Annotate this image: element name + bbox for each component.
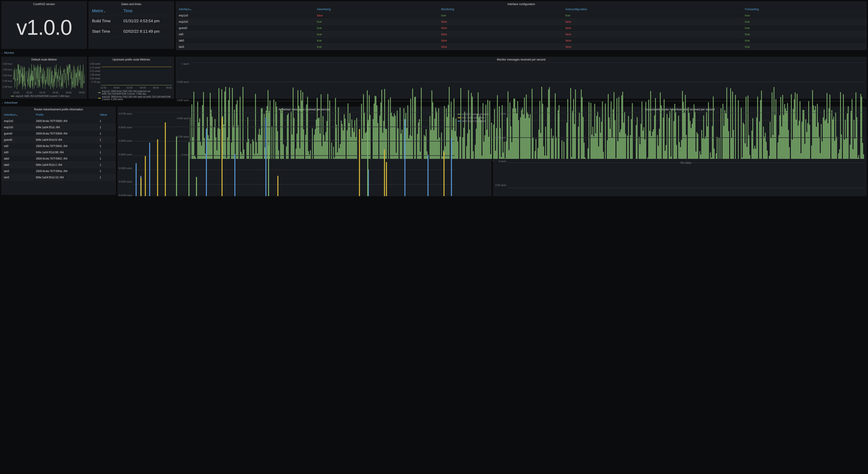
rapi-value: 1 <box>97 131 116 137</box>
rapi-value: 1 <box>97 168 116 175</box>
ifconf-header-fwd[interactable]: Forwarding <box>742 6 866 12</box>
dates-time: 02/02/22 8:11:49 pm <box>120 26 174 37</box>
ifconf-cell: false <box>438 44 563 50</box>
rapi-value: 1 <box>97 118 116 124</box>
ifconf-cell: true <box>742 38 866 44</box>
ifconf-iface: enp1s0 <box>176 12 314 19</box>
ifconf-cell: true <box>742 31 866 38</box>
dates-time: 01/31/22 4:53:54 pm <box>120 16 174 26</box>
rapi-value: 1 <box>97 175 116 181</box>
rapi-h-iface[interactable]: Interface <box>2 112 33 118</box>
ifconf-cell: true <box>563 12 742 19</box>
ifconf-header-mon[interactable]: Monitoring <box>438 6 563 12</box>
ifconf-cell: true <box>314 31 438 38</box>
ifconf-cell: true <box>438 12 563 19</box>
ifconf-cell: true <box>314 44 438 50</box>
rapi-prefix: 2600:6c4a:787f:5900::/64 <box>33 118 97 124</box>
rapi-value: 1 <box>97 137 116 143</box>
rapi-iface: guest0 <box>2 131 33 137</box>
ifconf-header-adv[interactable]: Advertising <box>314 6 438 12</box>
ifconf-cell: false <box>438 25 563 31</box>
dates-metric: Build Time <box>89 16 120 26</box>
ifconf-panel-title: Interface configuration <box>176 2 866 6</box>
legend-label: enp2s0: router solicitation <box>462 113 489 116</box>
rapi-prefix: fd9e:1a04:f01d::/64 <box>33 124 97 131</box>
rapi-iface: iot0 <box>2 143 33 149</box>
irar-nodata: No data <box>507 113 865 196</box>
ifconf-iface: enp2s0 <box>176 19 314 25</box>
rapi-prefix: 2600:6c4a:787f:5942::/64 <box>33 143 97 149</box>
ifconf-iface: lan0 <box>176 44 314 50</box>
rapi-iface: enp2s0 <box>2 118 33 124</box>
drl-legend: enp1s0: fe80::201:5cff:fe69:f246 Current… <box>16 95 70 97</box>
uprl-legend-1: enp1s0: 2600:6c4a:7002:100::/64 preferre… <box>102 90 172 95</box>
rapi-iface: lan0 <box>2 175 33 181</box>
legend-label: iot0: router solicitation <box>462 117 485 119</box>
rapi-value: 1 <box>97 124 116 131</box>
ifconf-cell: true <box>314 38 438 44</box>
ifconf-cell: false <box>438 38 563 44</box>
uprl-title: Upstream prefix route lifetimes <box>89 57 174 62</box>
rapi-iface: iot0 <box>2 149 33 156</box>
dates-header-metric[interactable]: Metric <box>89 6 120 16</box>
uprl-legend-2: enp1s0: 2600:6c4a:7002:100::/64 valid vi… <box>102 96 172 101</box>
amrps-chart[interactable] <box>133 113 455 196</box>
rapi-prefix: fd9e:1a04:f01d:2::/64 <box>33 162 97 168</box>
legend-label: lan0: router solicitation <box>462 120 486 122</box>
ifconf-cell: false <box>563 19 742 25</box>
drl-title: Default route lifetime <box>2 57 87 62</box>
rapi-iface: lab0 <box>2 162 33 168</box>
rapi-prefix: fd9e:1a04:f01d:10::/64 <box>33 175 97 181</box>
version-value: v1.0.0 <box>2 6 87 49</box>
rapi-iface: guest0 <box>2 137 33 143</box>
ifconf-cell: true <box>742 44 866 50</box>
rapi-h-value[interactable]: Value <box>97 112 116 118</box>
rapi-value: 1 <box>97 143 116 149</box>
irar-chart[interactable]: No data <box>507 113 865 196</box>
dates-header-time[interactable]: Time <box>120 6 174 16</box>
dates-metric: Start Time <box>89 26 120 37</box>
ifconf-cell: false <box>438 19 563 25</box>
section-monitor[interactable]: Monitor <box>1 51 867 55</box>
ifconf-iface: guest0 <box>176 25 314 31</box>
rapi-value: 1 <box>97 149 116 156</box>
ifconf-cell: false <box>563 44 742 50</box>
ifconf-cell: true <box>314 19 438 25</box>
ifconf-iface: iot0 <box>176 31 314 38</box>
rapi-prefix: fd9e:1a04:f01d:9::/64 <box>33 137 97 143</box>
uprl-chart[interactable] <box>101 63 172 86</box>
drl-chart[interactable] <box>13 63 85 91</box>
mmrps-title: Monitor messages received per second <box>176 57 866 62</box>
rapi-value: 1 <box>97 162 116 168</box>
rapi-prefix: 2600:6c4a:787f:5909::/64 <box>33 131 97 137</box>
ifconf-iface: lab0 <box>176 38 314 44</box>
rapi-value: 1 <box>97 156 116 162</box>
ifconf-header-iface[interactable]: Interface <box>176 6 314 12</box>
ifconf-cell: false <box>438 31 563 38</box>
version-panel-title: CoreRAD version <box>2 2 87 6</box>
ifconf-cell: false <box>314 12 438 19</box>
rapi-prefix: 2600:6c4a:787f:590a::/64 <box>33 168 97 175</box>
dates-panel-title: Dates and times <box>89 2 174 6</box>
rapi-prefix: fd9e:1a04:f01d:66::/64 <box>33 149 97 156</box>
ifconf-cell: true <box>742 12 866 19</box>
ifconf-cell: false <box>563 38 742 44</box>
ifconf-cell: true <box>742 25 866 31</box>
ifconf-cell: true <box>314 25 438 31</box>
ifconf-cell: false <box>563 31 742 38</box>
rapi-iface: lan0 <box>2 168 33 175</box>
rapi-prefix: 2600:6c4a:787f:5902::/64 <box>33 156 97 162</box>
rapi-title: Router Advertisement prefix information <box>2 107 116 112</box>
rapi-h-prefix[interactable]: Prefix <box>33 112 97 118</box>
rapi-iface: lab0 <box>2 156 33 162</box>
ifconf-cell: false <box>563 25 742 31</box>
ifconf-header-auto[interactable]: Autoconfiguration <box>563 6 742 12</box>
rapi-iface: enp2s0 <box>2 124 33 131</box>
ifconf-cell: true <box>742 19 866 25</box>
